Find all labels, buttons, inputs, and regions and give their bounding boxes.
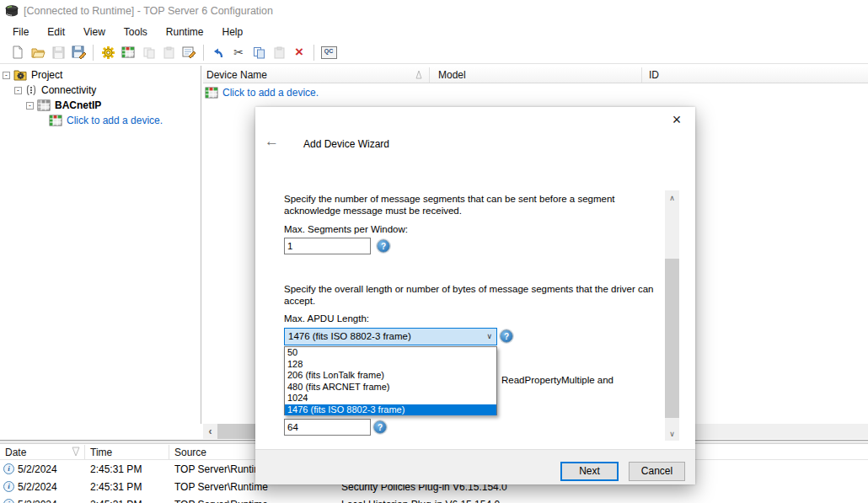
info-icon — [3, 481, 14, 492]
collapse-icon[interactable] — [3, 72, 10, 79]
project-tree-panel: Project Connectivity BACnetIP Click to a… — [0, 66, 201, 424]
channel-icon — [37, 99, 51, 111]
menu-bar: File Edit View Tools Runtime Help — [0, 23, 868, 41]
menu-runtime[interactable]: Runtime — [157, 24, 213, 40]
max-segments-input[interactable] — [284, 238, 371, 254]
new-channel-icon[interactable] — [98, 44, 118, 61]
dropdown-option[interactable]: 128 — [285, 359, 496, 371]
menu-file[interactable]: File — [3, 24, 38, 40]
add-device-icon — [49, 115, 62, 126]
cancel-button[interactable]: Cancel — [629, 462, 685, 481]
save-as-icon[interactable] — [68, 44, 88, 61]
tree-item-connectivity[interactable]: Connectivity — [14, 83, 96, 98]
cell-time: 2:45:31 PM — [90, 499, 142, 503]
cell-source: TOP Server\Runtime — [174, 481, 268, 493]
dialog-title: Add Device Wizard — [303, 138, 389, 150]
dropdown-option[interactable]: 1024 — [285, 393, 496, 404]
column-device-name[interactable]: Device Name — [206, 69, 267, 81]
column-divider[interactable] — [84, 445, 85, 459]
paste-icon — [269, 44, 289, 61]
help-icon[interactable] — [377, 239, 390, 253]
toolbar-separator — [313, 45, 314, 61]
cell-source: TOP Server\Runtime — [174, 499, 268, 503]
collapse-icon[interactable] — [26, 102, 34, 110]
help-icon[interactable] — [373, 420, 387, 434]
properties-icon[interactable] — [179, 44, 199, 61]
obscured-text-fragment: ReadPropertyMultiple and — [501, 375, 613, 385]
close-icon[interactable] — [668, 111, 685, 128]
undo-icon[interactable] — [208, 44, 228, 61]
column-source[interactable]: Source — [174, 447, 206, 458]
title-bar: [Connected to Runtime] - TOP Server 6 Co… — [0, 0, 868, 23]
menu-tools[interactable]: Tools — [115, 24, 157, 40]
event-log-row[interactable]: 5/2/2024 2:45:31 PM TOP Server\Runtime L… — [0, 495, 868, 503]
segments-description: Specify the number of message segments t… — [284, 193, 668, 217]
dialog-footer: Next Cancel — [255, 449, 695, 484]
copy-item-icon — [138, 44, 158, 61]
cell-date: 5/2/2024 — [18, 463, 57, 475]
apdu-description: Specify the overall length or number of … — [284, 283, 668, 307]
toolbar-separator — [203, 45, 204, 61]
value-below-input[interactable] — [284, 419, 371, 436]
tree-item-project[interactable]: Project — [3, 67, 62, 83]
new-device-icon[interactable] — [118, 44, 138, 61]
info-icon — [3, 499, 14, 503]
back-arrow-icon[interactable] — [265, 134, 279, 148]
column-divider[interactable] — [641, 67, 642, 83]
device-list-header: Device Name Model ID — [203, 67, 868, 83]
cell-source: TOP Server\Runtime — [174, 463, 268, 475]
quick-client-icon[interactable]: QC — [319, 44, 339, 61]
column-id[interactable]: ID — [649, 69, 659, 81]
info-icon — [3, 463, 14, 474]
open-project-icon[interactable] — [28, 44, 48, 61]
menu-edit[interactable]: Edit — [38, 24, 74, 40]
dropdown-option[interactable]: 480 (fits ARCNET frame) — [285, 382, 496, 393]
device-add-link[interactable]: Click to add a device. — [222, 87, 319, 99]
new-project-icon[interactable] — [8, 44, 28, 61]
dialog-vscrollbar[interactable] — [665, 190, 679, 441]
column-model[interactable]: Model — [438, 69, 466, 81]
toolbar: ✂ × QC — [0, 41, 868, 64]
delete-icon[interactable]: × — [289, 44, 309, 61]
tree-item-bacnetip[interactable]: BACnetIP — [26, 98, 101, 113]
dropdown-option[interactable]: 50 — [285, 347, 496, 359]
column-time[interactable]: Time — [90, 447, 112, 458]
add-device-wizard-dialog: Add Device Wizard Specify the number of … — [255, 107, 695, 484]
connectivity-icon — [25, 84, 37, 96]
help-icon[interactable] — [500, 329, 513, 343]
chevron-down-icon — [486, 329, 492, 345]
column-divider[interactable] — [429, 67, 430, 83]
dropdown-option[interactable]: 206 (fits LonTalk frame) — [285, 370, 496, 382]
add-device-icon — [205, 87, 218, 99]
save-icon — [48, 44, 68, 61]
cell-time: 2:45:31 PM — [90, 481, 142, 493]
project-folder-icon — [13, 69, 27, 81]
column-date[interactable]: Date — [5, 447, 26, 458]
cut-icon[interactable]: ✂ — [228, 44, 249, 61]
cell-date: 5/2/2024 — [18, 499, 57, 503]
menu-help[interactable]: Help — [213, 24, 253, 40]
app-icon — [5, 4, 19, 19]
dropdown-option-selected[interactable]: 1476 (fits ISO 8802-3 frame) — [285, 404, 496, 416]
tree-item-add-device[interactable]: Click to add a device. — [49, 113, 163, 128]
copy-icon[interactable] — [249, 44, 269, 61]
scroll-left-icon[interactable] — [203, 424, 217, 439]
paste-item-icon — [158, 44, 179, 61]
window-title: [Connected to Runtime] - TOP Server 6 Co… — [24, 5, 273, 17]
device-add-row[interactable]: Click to add a device. — [205, 85, 319, 99]
max-apdu-combobox[interactable]: 1476 (fits ISO 8802-3 frame) — [284, 328, 497, 345]
menu-view[interactable]: View — [74, 24, 115, 40]
cell-event: Local Historian Plug-in V6.15.154.0 — [341, 499, 500, 503]
scroll-down-icon[interactable] — [665, 426, 679, 441]
scroll-up-icon[interactable] — [665, 190, 679, 205]
toolbar-separator — [93, 45, 94, 61]
vscroll-thumb[interactable] — [665, 259, 679, 418]
tree-item-label: BACnetIP — [55, 99, 101, 111]
column-divider[interactable] — [169, 445, 169, 459]
max-apdu-label: Max. APDU Length: — [284, 313, 369, 324]
tree-add-device-link[interactable]: Click to add a device. — [67, 115, 163, 126]
collapse-icon[interactable] — [14, 87, 22, 94]
next-button[interactable]: Next — [560, 462, 619, 481]
tree-item-label: Connectivity — [41, 84, 96, 96]
apdu-dropdown-list: 50 128 206 (fits LonTalk frame) 480 (fit… — [284, 346, 497, 415]
